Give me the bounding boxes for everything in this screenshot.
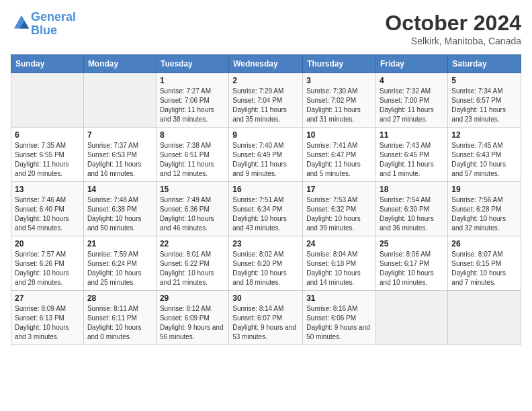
day-info: Sunrise: 7:48 AM Sunset: 6:38 PM Dayligh… (87, 195, 152, 233)
day-number: 10 (306, 130, 372, 140)
day-info: Sunrise: 8:16 AM Sunset: 6:06 PM Dayligh… (306, 304, 372, 342)
calendar-cell: 26Sunrise: 8:07 AM Sunset: 6:15 PM Dayli… (448, 236, 521, 291)
logo-line1: General (31, 10, 76, 24)
day-number: 3 (306, 76, 372, 85)
calendar-cell: 22Sunrise: 8:01 AM Sunset: 6:22 PM Dayli… (156, 236, 228, 291)
calendar-cell: 30Sunrise: 8:14 AM Sunset: 6:07 PM Dayli… (229, 291, 303, 345)
day-info: Sunrise: 7:53 AM Sunset: 6:32 PM Dayligh… (306, 195, 372, 233)
day-number: 29 (160, 293, 225, 303)
day-info: Sunrise: 7:29 AM Sunset: 7:04 PM Dayligh… (232, 87, 299, 124)
weekday-header-row: SundayMondayTuesdayWednesdayThursdayFrid… (11, 55, 521, 73)
calendar-cell: 11Sunrise: 7:43 AM Sunset: 6:45 PM Dayli… (376, 128, 448, 182)
day-number: 27 (15, 293, 80, 303)
day-info: Sunrise: 8:07 AM Sunset: 6:15 PM Dayligh… (451, 250, 517, 287)
calendar-cell: 2Sunrise: 7:29 AM Sunset: 7:04 PM Daylig… (229, 73, 303, 128)
calendar-cell: 6Sunrise: 7:35 AM Sunset: 6:55 PM Daylig… (11, 128, 84, 182)
day-info: Sunrise: 7:37 AM Sunset: 6:53 PM Dayligh… (87, 141, 152, 179)
calendar-cell: 8Sunrise: 7:38 AM Sunset: 6:51 PM Daylig… (156, 128, 228, 182)
day-number: 15 (160, 185, 225, 194)
calendar-cell: 12Sunrise: 7:45 AM Sunset: 6:43 PM Dayli… (448, 128, 521, 182)
calendar-cell: 4Sunrise: 7:32 AM Sunset: 7:00 PM Daylig… (376, 73, 448, 128)
weekday-header: Friday (376, 55, 448, 73)
day-info: Sunrise: 7:34 AM Sunset: 6:57 PM Dayligh… (451, 87, 517, 124)
day-info: Sunrise: 8:09 AM Sunset: 6:13 PM Dayligh… (15, 304, 80, 342)
day-number: 31 (306, 293, 372, 303)
day-number: 19 (451, 185, 517, 194)
day-number: 12 (451, 130, 517, 140)
day-number: 21 (87, 239, 152, 248)
day-number: 7 (87, 130, 152, 140)
day-number: 17 (306, 185, 372, 194)
day-info: Sunrise: 7:41 AM Sunset: 6:47 PM Dayligh… (306, 141, 372, 179)
day-info: Sunrise: 7:51 AM Sunset: 6:34 PM Dayligh… (232, 195, 299, 233)
day-info: Sunrise: 7:59 AM Sunset: 6:24 PM Dayligh… (87, 250, 152, 287)
calendar-cell (448, 291, 521, 345)
calendar-week-row: 27Sunrise: 8:09 AM Sunset: 6:13 PM Dayli… (11, 291, 521, 345)
logo: General Blue (11, 11, 76, 38)
calendar-cell: 13Sunrise: 7:46 AM Sunset: 6:40 PM Dayli… (11, 182, 84, 236)
logo-line2: Blue (31, 24, 57, 37)
logo-text: General Blue (31, 11, 76, 38)
day-info: Sunrise: 7:30 AM Sunset: 7:02 PM Dayligh… (306, 87, 372, 124)
calendar-cell: 9Sunrise: 7:40 AM Sunset: 6:49 PM Daylig… (229, 128, 303, 182)
day-info: Sunrise: 8:02 AM Sunset: 6:20 PM Dayligh… (232, 250, 299, 287)
calendar-cell: 20Sunrise: 7:57 AM Sunset: 6:26 PM Dayli… (11, 236, 84, 291)
day-number: 8 (160, 130, 225, 140)
calendar-cell: 29Sunrise: 8:12 AM Sunset: 6:09 PM Dayli… (156, 291, 228, 345)
calendar-cell: 3Sunrise: 7:30 AM Sunset: 7:02 PM Daylig… (303, 73, 376, 128)
day-number: 23 (232, 239, 299, 248)
day-info: Sunrise: 7:46 AM Sunset: 6:40 PM Dayligh… (15, 195, 80, 233)
day-info: Sunrise: 7:27 AM Sunset: 7:06 PM Dayligh… (160, 87, 225, 124)
day-info: Sunrise: 8:06 AM Sunset: 6:17 PM Dayligh… (380, 250, 444, 287)
calendar-cell (376, 291, 448, 345)
calendar-week-row: 13Sunrise: 7:46 AM Sunset: 6:40 PM Dayli… (11, 182, 521, 236)
calendar-cell: 21Sunrise: 7:59 AM Sunset: 6:24 PM Dayli… (83, 236, 156, 291)
day-number: 28 (87, 293, 152, 303)
day-number: 25 (380, 239, 444, 248)
day-number: 14 (87, 185, 152, 194)
day-number: 9 (232, 130, 299, 140)
day-number: 26 (451, 239, 517, 248)
month-title: October 2024 (385, 11, 521, 36)
day-info: Sunrise: 8:12 AM Sunset: 6:09 PM Dayligh… (160, 304, 225, 342)
logo-icon (12, 13, 31, 32)
day-number: 1 (160, 76, 225, 85)
calendar-week-row: 6Sunrise: 7:35 AM Sunset: 6:55 PM Daylig… (11, 128, 521, 182)
day-number: 20 (15, 239, 80, 248)
calendar-cell: 10Sunrise: 7:41 AM Sunset: 6:47 PM Dayli… (303, 128, 376, 182)
calendar-cell: 23Sunrise: 8:02 AM Sunset: 6:20 PM Dayli… (229, 236, 303, 291)
day-info: Sunrise: 8:01 AM Sunset: 6:22 PM Dayligh… (160, 250, 225, 287)
day-info: Sunrise: 7:43 AM Sunset: 6:45 PM Dayligh… (380, 141, 444, 179)
weekday-header: Wednesday (229, 55, 303, 73)
calendar-cell: 7Sunrise: 7:37 AM Sunset: 6:53 PM Daylig… (83, 128, 156, 182)
calendar-cell: 25Sunrise: 8:06 AM Sunset: 6:17 PM Dayli… (376, 236, 448, 291)
calendar-cell: 1Sunrise: 7:27 AM Sunset: 7:06 PM Daylig… (156, 73, 228, 128)
day-number: 11 (380, 130, 444, 140)
weekday-header: Saturday (448, 55, 521, 73)
day-info: Sunrise: 7:40 AM Sunset: 6:49 PM Dayligh… (232, 141, 299, 179)
day-number: 13 (15, 185, 80, 194)
calendar-cell: 24Sunrise: 8:04 AM Sunset: 6:18 PM Dayli… (303, 236, 376, 291)
calendar-cell: 16Sunrise: 7:51 AM Sunset: 6:34 PM Dayli… (229, 182, 303, 236)
calendar-cell: 17Sunrise: 7:53 AM Sunset: 6:32 PM Dayli… (303, 182, 376, 236)
day-info: Sunrise: 7:54 AM Sunset: 6:30 PM Dayligh… (380, 195, 444, 233)
day-number: 4 (380, 76, 444, 85)
calendar-table: SundayMondayTuesdayWednesdayThursdayFrid… (11, 54, 521, 345)
calendar-cell (11, 73, 84, 128)
day-info: Sunrise: 8:04 AM Sunset: 6:18 PM Dayligh… (306, 250, 372, 287)
calendar-cell: 31Sunrise: 8:16 AM Sunset: 6:06 PM Dayli… (303, 291, 376, 345)
day-number: 16 (232, 185, 299, 194)
day-number: 6 (15, 130, 80, 140)
day-number: 5 (451, 76, 517, 85)
location: Selkirk, Manitoba, Canada (385, 36, 521, 46)
day-number: 30 (232, 293, 299, 303)
day-info: Sunrise: 7:57 AM Sunset: 6:26 PM Dayligh… (15, 250, 80, 287)
weekday-header: Monday (83, 55, 156, 73)
day-number: 2 (232, 76, 299, 85)
calendar-cell: 15Sunrise: 7:49 AM Sunset: 6:36 PM Dayli… (156, 182, 228, 236)
calendar-cell: 19Sunrise: 7:56 AM Sunset: 6:28 PM Dayli… (448, 182, 521, 236)
day-info: Sunrise: 7:45 AM Sunset: 6:43 PM Dayligh… (451, 141, 517, 179)
day-info: Sunrise: 8:11 AM Sunset: 6:11 PM Dayligh… (87, 304, 152, 342)
calendar-week-row: 20Sunrise: 7:57 AM Sunset: 6:26 PM Dayli… (11, 236, 521, 291)
weekday-header: Tuesday (156, 55, 228, 73)
